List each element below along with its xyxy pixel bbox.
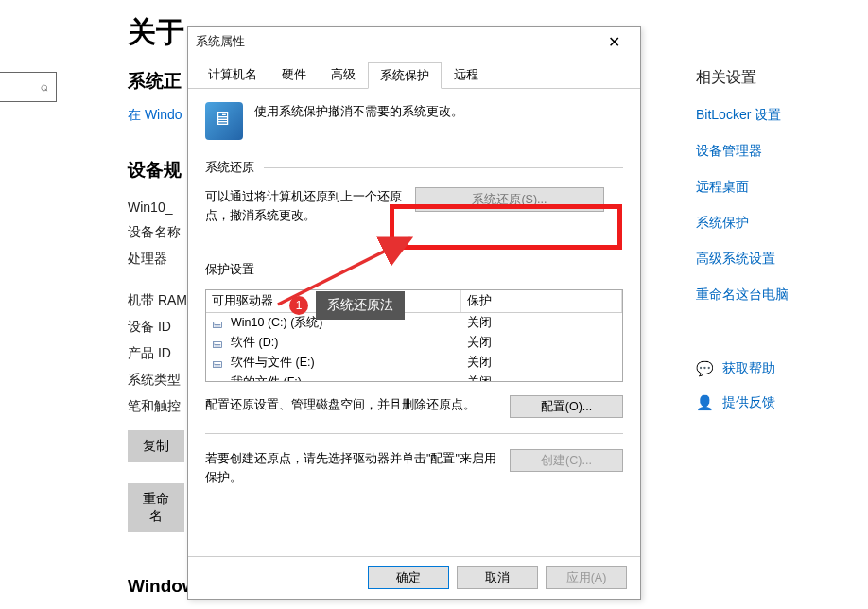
drive-row[interactable]: 🖴软件与文件 (E:)关闭 [206, 353, 622, 373]
section-protect-label: 保护设置 [205, 261, 254, 278]
link-bitlocker[interactable]: BitLocker 设置 [696, 107, 838, 124]
intro-text: 使用系统保护撤消不需要的系统更改。 [254, 102, 463, 120]
windows-security-link[interactable]: 在 Windo [128, 107, 182, 122]
search-icon: ⌕ [41, 78, 48, 94]
cancel-button[interactable]: 取消 [457, 566, 538, 589]
configure-description: 配置还原设置、管理磁盘空间，并且删除还原点。 [205, 395, 496, 414]
link-advanced-system[interactable]: 高级系统设置 [696, 251, 838, 268]
divider [264, 270, 623, 270]
drive-icon: 🖴 [212, 357, 227, 369]
column-protection[interactable]: 保护 [461, 290, 622, 312]
drive-icon: 🖴 [212, 377, 227, 383]
dialog-title: 系统属性 [196, 33, 595, 50]
shield-icon [205, 102, 243, 140]
chat-icon: 💬 [696, 360, 713, 377]
link-remote-desktop[interactable]: 远程桌面 [696, 179, 838, 196]
drive-row[interactable]: 🖴软件 (D:)关闭 [206, 333, 622, 353]
get-help-link[interactable]: 💬 获取帮助 [696, 360, 838, 377]
get-help-label: 获取帮助 [722, 360, 775, 377]
drive-status: 关闭 [467, 335, 616, 351]
drive-status: 关闭 [467, 315, 616, 331]
drive-name: 软件 (D:) [231, 335, 467, 351]
annotation-highlight-box [390, 204, 622, 250]
link-device-manager[interactable]: 设备管理器 [696, 143, 838, 160]
drive-status: 关闭 [467, 374, 616, 382]
apply-button[interactable]: 应用(A) [546, 566, 627, 589]
system-properties-dialog: 系统属性 ✕ 计算机名 硬件 高级 系统保护 远程 使用系统保护撤消不需要的系统… [187, 26, 641, 600]
link-rename-pc[interactable]: 重命名这台电脑 [696, 287, 838, 304]
create-description: 若要创建还原点，请先选择驱动器并单击"配置"来启用保护。 [205, 449, 496, 487]
dialog-titlebar[interactable]: 系统属性 ✕ [188, 27, 640, 56]
ok-button[interactable]: 确定 [368, 566, 449, 589]
tab-system-protection[interactable]: 系统保护 [368, 62, 442, 89]
section-restore-label: 系统还原 [205, 159, 254, 176]
annotation-badge-1: 1 [289, 296, 308, 315]
feedback-icon: 👤 [696, 394, 713, 411]
tab-remote[interactable]: 远程 [442, 61, 491, 88]
rename-button[interactable]: 重命名 [128, 483, 184, 532]
configure-button[interactable]: 配置(O)... [510, 395, 623, 418]
divider [264, 167, 623, 168]
link-system-protection[interactable]: 系统保护 [696, 215, 838, 232]
search-input[interactable]: ⌕ [0, 72, 57, 102]
related-settings-panel: 相关设置 BitLocker 设置 设备管理器 远程桌面 系统保护 高级系统设置… [696, 68, 838, 428]
drive-row[interactable]: 🖴Win10 (C:) (系统)关闭 [206, 313, 622, 333]
tab-hardware[interactable]: 硬件 [269, 61, 319, 88]
dialog-footer: 确定 取消 应用(A) [188, 556, 640, 599]
restore-description: 可以通过将计算机还原到上一个还原点，撤消系统更改。 [205, 187, 402, 225]
drive-list[interactable]: 可用驱动器 保护 🖴Win10 (C:) (系统)关闭 🖴软件 (D:)关闭 🖴… [205, 289, 623, 382]
close-button[interactable]: ✕ [595, 33, 633, 51]
drive-status: 关闭 [467, 355, 616, 371]
tab-computer-name[interactable]: 计算机名 [196, 61, 269, 88]
drive-name: 软件与文件 (E:) [231, 355, 467, 371]
drive-row[interactable]: 🖴我的文件 (F:)关闭 [206, 373, 622, 382]
copy-button[interactable]: 复制 [128, 430, 184, 462]
feedback-link[interactable]: 👤 提供反馈 [696, 394, 838, 411]
dialog-body: 使用系统保护撤消不需要的系统更改。 系统还原 可以通过将计算机还原到上一个还原点… [188, 89, 640, 500]
drive-icon: 🖴 [212, 318, 227, 329]
dialog-tabs: 计算机名 硬件 高级 系统保护 远程 [188, 56, 640, 89]
related-settings-heading: 相关设置 [696, 68, 838, 88]
drive-name: 我的文件 (F:) [231, 374, 467, 382]
annotation-tooltip: 系统还原法 [316, 291, 405, 320]
divider [205, 433, 623, 434]
tab-advanced[interactable]: 高级 [319, 61, 368, 88]
drive-icon: 🖴 [212, 338, 227, 349]
create-button[interactable]: 创建(C)... [510, 449, 623, 472]
feedback-label: 提供反馈 [722, 394, 775, 411]
